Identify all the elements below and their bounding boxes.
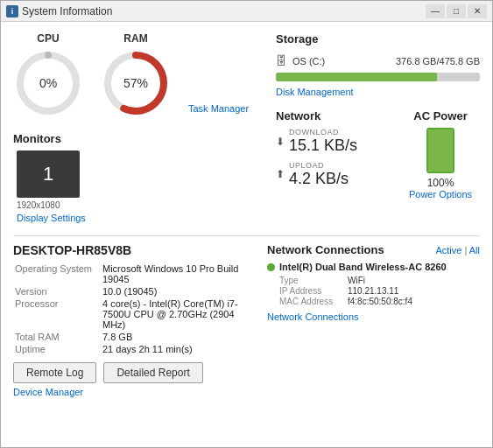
conn-type-val: WiFi — [348, 276, 365, 285]
app-icon: i — [6, 5, 18, 18]
bottom-section: DESKTOP-HR85V8B Operating System Microso… — [13, 243, 480, 440]
minimize-button[interactable]: — — [426, 4, 445, 18]
system-info-table: Operating System Microsoft Windows 10 Pr… — [13, 262, 250, 355]
info-value: 21 days 2h 11 min(s) — [101, 343, 250, 355]
connection-details: Type WiFi IP Address 110.21.13.11 MAC Ad… — [279, 276, 480, 306]
ac-power-title: AC Power — [401, 109, 480, 122]
drive-size: 376.8 GB/475.8 GB — [396, 56, 480, 66]
cpu-value: 0% — [39, 76, 57, 90]
active-filter-link[interactable]: Active — [435, 245, 461, 256]
connection-item: Intel(R) Dual Band Wireless-AC 8260 — [267, 262, 480, 272]
cpu-label: CPU — [37, 32, 59, 45]
network-connections-header: Network Connections Active | All — [267, 243, 480, 256]
network-connections-title: Network Connections — [267, 243, 435, 256]
bottom-buttons-row: Remote Log Detailed Report — [13, 362, 250, 383]
window-title: System Information — [22, 5, 426, 18]
storage-title: Storage — [276, 32, 480, 46]
section-divider — [13, 235, 480, 236]
title-bar-buttons: — □ ✕ — [426, 4, 487, 18]
title-bar: i System Information — □ ✕ — [1, 1, 492, 22]
battery-icon — [426, 128, 454, 173]
info-key: Total RAM — [13, 331, 101, 343]
disk-management-link[interactable]: Disk Management — [276, 87, 480, 97]
network-title: Network — [276, 109, 375, 122]
system-info-panel: DESKTOP-HR85V8B Operating System Microso… — [13, 243, 250, 440]
conn-ip-key: IP Address — [279, 286, 341, 296]
ram-value: 57% — [123, 76, 148, 90]
info-key: Processor — [13, 298, 101, 331]
right-panel: Storage 🗄 OS (C:) 376.8 GB/475.8 GB Disk… — [258, 32, 480, 223]
table-row: Processor 4 core(s) - Intel(R) Core(TM) … — [13, 298, 250, 331]
cpu-gauge-container: CPU 0% — [13, 32, 83, 118]
conn-ip-row: IP Address 110.21.13.11 — [279, 286, 480, 296]
left-panel: CPU 0% RAM — [13, 32, 258, 223]
display-settings-link[interactable]: Display Settings — [17, 213, 258, 223]
remote-log-button[interactable]: Remote Log — [13, 362, 96, 383]
network-connections-bottom-link[interactable]: Network Connections — [267, 312, 480, 322]
detailed-report-button[interactable]: Detailed Report — [103, 362, 202, 383]
table-row: Operating System Microsoft Windows 10 Pr… — [13, 262, 250, 285]
download-icon: ⬇ — [276, 136, 285, 148]
info-key: Uptime — [13, 343, 101, 355]
gauges-row: CPU 0% RAM — [13, 32, 258, 122]
power-options-link[interactable]: Power Options — [401, 189, 480, 200]
top-section: CPU 0% RAM — [13, 32, 480, 223]
storage-row: 🗄 OS (C:) 376.8 GB/475.8 GB — [276, 54, 480, 67]
cpu-gauge: 0% — [13, 48, 83, 118]
info-key: Version — [13, 285, 101, 298]
ram-gauge-container: RAM 57% — [101, 32, 171, 118]
ac-power-section: AC Power 100% Power Options — [401, 109, 480, 200]
upload-icon: ⬆ — [276, 168, 285, 180]
table-row: Uptime 21 days 2h 11 min(s) — [13, 343, 250, 355]
info-value: 7.8 GB — [101, 331, 250, 343]
conn-type-row: Type WiFi — [279, 276, 480, 285]
download-label: DOWNLOAD — [289, 128, 357, 136]
table-row: Total RAM 7.8 GB — [13, 331, 250, 343]
monitors-title: Monitors — [13, 132, 258, 145]
main-window: i System Information — □ ✕ CPU — [0, 0, 493, 448]
upload-row: ⬆ UPLOAD 4.2 KB/s — [276, 161, 375, 189]
table-row: Version 10.0 (19045) — [13, 285, 250, 298]
network-section: Network ⬇ DOWNLOAD 15.1 KB/s ⬆ UPLOAD — [276, 109, 375, 200]
network-ac-row: Network ⬇ DOWNLOAD 15.1 KB/s ⬆ UPLOAD — [276, 109, 480, 200]
conn-mac-val: f4:8c:50:50:8c:f4 — [348, 297, 412, 306]
download-row: ⬇ DOWNLOAD 15.1 KB/s — [276, 128, 375, 156]
drive-icon: 🗄 — [276, 54, 287, 67]
monitor-display: 1 — [17, 150, 80, 198]
monitor-count: 1 — [43, 163, 53, 186]
conn-mac-key: MAC Address — [279, 297, 341, 306]
task-manager-link[interactable]: Task Manager — [188, 103, 249, 114]
connection-name: Intel(R) Dual Band Wireless-AC 8260 — [279, 262, 447, 272]
system-info-title: DESKTOP-HR85V8B — [13, 243, 250, 257]
download-value: 15.1 KB/s — [289, 136, 357, 156]
device-manager-link[interactable]: Device Manager — [13, 387, 250, 397]
ram-gauge: 57% — [101, 48, 171, 118]
content-area: CPU 0% RAM — [1, 22, 492, 447]
connection-status-dot — [267, 263, 275, 271]
info-value: 4 core(s) - Intel(R) Core(TM) i7-7500U C… — [101, 298, 250, 331]
drive-label: OS (C:) — [292, 56, 325, 66]
network-connections-panel: Network Connections Active | All Intel(R… — [267, 243, 480, 440]
storage-bar-fill — [276, 73, 437, 81]
upload-value: 4.2 KB/s — [289, 170, 349, 189]
storage-section: Storage 🗄 OS (C:) 376.8 GB/475.8 GB Disk… — [276, 32, 480, 97]
conn-ip-val: 110.21.13.11 — [348, 286, 398, 296]
upload-label: UPLOAD — [289, 161, 349, 170]
maximize-button[interactable]: □ — [447, 4, 466, 18]
monitors-section: Monitors 1 1920x1080 Display Settings — [13, 132, 258, 223]
conn-type-key: Type — [279, 276, 341, 285]
all-filter-link[interactable]: All — [469, 245, 480, 256]
close-button[interactable]: ✕ — [468, 4, 487, 18]
info-key: Operating System — [13, 262, 101, 285]
ac-percent: 100% — [401, 177, 480, 189]
ram-label: RAM — [123, 32, 147, 45]
monitor-resolution: 1920x1080 — [17, 200, 258, 210]
conn-mac-row: MAC Address f4:8c:50:50:8c:f4 — [279, 297, 480, 306]
battery-fill — [428, 130, 453, 172]
info-value: 10.0 (19045) — [101, 285, 250, 298]
storage-bar-track — [276, 73, 480, 81]
info-value: Microsoft Windows 10 Pro Build 19045 — [101, 262, 250, 285]
